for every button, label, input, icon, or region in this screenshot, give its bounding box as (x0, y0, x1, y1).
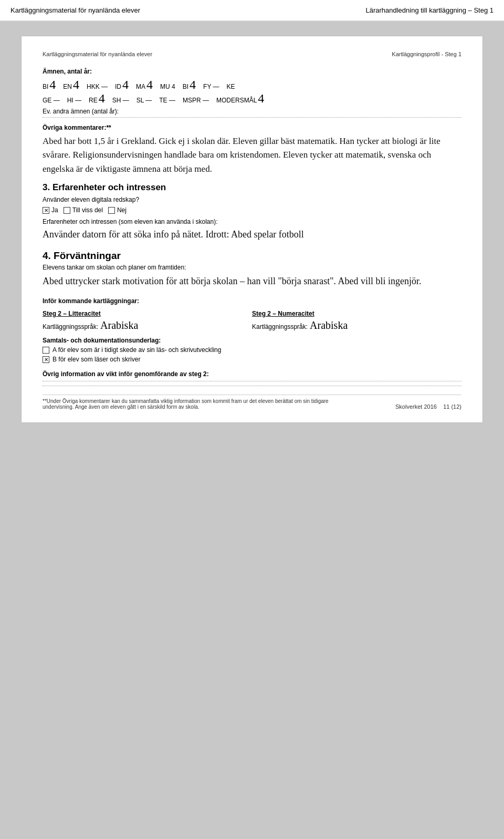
checkbox-b-box: ✕ (43, 356, 49, 363)
checkbox-ja-label: Ja (51, 206, 58, 214)
checkbox-nej: Nej (108, 206, 127, 214)
forventningar-text: Abed uttrycker stark motivation för att … (43, 274, 461, 289)
checkbox-a-label: A för elev som är i tidigt skede av sin … (52, 346, 221, 354)
subjects-row-1: BI 4 EN 4 HKK — ID 4 MA 4 MU 4 BI (43, 78, 461, 91)
kartl-sprak-litt-value: Arabiska (100, 319, 138, 332)
checkbox-tillviss-label: Till viss del (72, 206, 103, 214)
erfarenheter-label: Erfarenheter och intressen (som eleven k… (43, 218, 461, 225)
subjects-row-2: GE — HI — RE 4 SH — SL — TE — MSPR — MOD… (43, 92, 461, 105)
section4-heading: 4. Förväntningar (43, 250, 461, 262)
subject-sl: SL — (136, 97, 152, 104)
checkbox-row-digital: ✕ Ja Till viss del Nej (43, 206, 461, 214)
subjects-label: Ämnen, antal år: (43, 68, 461, 75)
checkbox-nej-box (108, 207, 115, 214)
footer-page-num: 11 (12) (443, 403, 461, 410)
subject-mspr: MSPR — (183, 97, 209, 104)
subjects-section: Ämnen, antal år: BI 4 EN 4 HKK — ID 4 MA… (43, 68, 461, 105)
ovriga-kommentarer-text: Abed har bott 1,5 år i Grekland. Gick ej… (43, 134, 461, 176)
steg2-litt-lang: Kartläggningsspråk: Arabiska (43, 319, 252, 332)
subject-en: EN 4 (63, 78, 79, 91)
subject-bi: BI 4 (43, 78, 56, 91)
doc-header-left: Kartläggningsmaterial för nyanlända elev… (43, 51, 152, 57)
ovriga-kommentarer-label: Övriga kommentarer:** (43, 124, 461, 131)
steg2-num-lang: Kartläggningsspråk: Arabiska (252, 319, 461, 332)
steg-columns: Steg 2 – Litteracitet Kartläggningsspråk… (43, 310, 461, 332)
dotted-line-3 (43, 386, 461, 386)
subject-ge: GE — (43, 97, 60, 104)
checkbox-a-box (43, 347, 49, 354)
checkbox-nej-label: Nej (117, 206, 127, 214)
subject-modersmal: MODERSMÅL 4 (216, 92, 264, 105)
samtals-label: Samtals- och dokumentationsunderlag: (43, 337, 461, 344)
kartl-sprak-label-num: Kartläggningsspråk: (252, 323, 308, 330)
subject-sh: SH — (112, 97, 129, 104)
checkbox-ja: ✕ Ja (43, 206, 58, 214)
subject-ma: MA 4 (136, 78, 153, 91)
digital-question: Använder eleven digitala redskap? (43, 196, 461, 203)
page-header: Kartläggningsmaterial för nyanlända elev… (0, 0, 504, 21)
checkbox-a-row: A för elev som är i tidigt skede av sin … (43, 346, 461, 354)
andra-amnen: Ev. andra ämnen (antal år): (43, 108, 461, 115)
checkbox-b-label: B för elev som läser och skriver (52, 356, 140, 363)
page-header-right: Lärarhandledning till kartläggning – Ste… (365, 6, 494, 14)
dotted-line-1 (43, 117, 461, 118)
ovrig-info-label: Övrig information av vikt inför genomför… (43, 370, 461, 378)
section3-heading: 3. Erfarenheter och intressen (43, 182, 461, 193)
kartl-sprak-label-litt: Kartläggningsspråk: (43, 323, 98, 330)
subject-id: ID 4 (115, 78, 129, 91)
subject-hi: HI — (67, 97, 81, 104)
footer-note-text: **Under Övriga kommentarer kan du samman… (43, 398, 336, 410)
checkbox-b-row: ✕ B för elev som läser och skriver (43, 356, 461, 363)
subject-ke: KE (227, 83, 235, 90)
footer-skolverket: Skolverket 2016 11 (12) (395, 403, 461, 410)
erfarenheter-text: Använder datorn för att söka info på nät… (43, 227, 461, 242)
page-header-left: Kartläggningsmaterial för nyanlända elev… (10, 6, 140, 14)
steg2-num-col: Steg 2 – Numeracitet Kartläggningsspråk:… (252, 310, 461, 332)
subject-re: RE 4 (89, 92, 105, 105)
forventningar-subtext: Elevens tankar om skolan och planer om f… (43, 264, 461, 271)
kartl-sprak-num-value: Arabiska (310, 319, 348, 332)
infor-label: Inför kommande kartläggningar: (43, 297, 461, 305)
steg2-litt-title: Steg 2 – Litteracitet (43, 310, 252, 317)
dotted-line-2 (43, 381, 461, 381)
doc-header-right: Kartläggningsprofil - Steg 1 (392, 51, 461, 57)
footer-skolverket-label: Skolverket 2016 (395, 403, 437, 410)
subject-te: TE — (159, 97, 175, 104)
checkbox-ja-box: ✕ (43, 207, 49, 214)
doc-header: Kartläggningsmaterial för nyanlända elev… (43, 51, 461, 57)
steg2-litt-col: Steg 2 – Litteracitet Kartläggningsspråk… (43, 310, 252, 332)
subject-hkk: HKK — (87, 83, 108, 90)
subject-bi-code: BI (43, 83, 48, 90)
footer-note: **Under Övriga kommentarer kan du samman… (43, 395, 461, 410)
steg2-num-title: Steg 2 – Numeracitet (252, 310, 461, 317)
subject-bi2: BI 4 (183, 78, 196, 91)
subject-fy: FY — (203, 83, 219, 90)
document-wrapper: Kartläggningsmaterial för nyanlända elev… (21, 36, 483, 423)
subject-bi-num: 4 (49, 78, 56, 91)
checkbox-tillviss-box (64, 207, 70, 214)
checkbox-tillviss: Till viss del (64, 206, 103, 214)
subject-mu: MU 4 (160, 83, 175, 90)
